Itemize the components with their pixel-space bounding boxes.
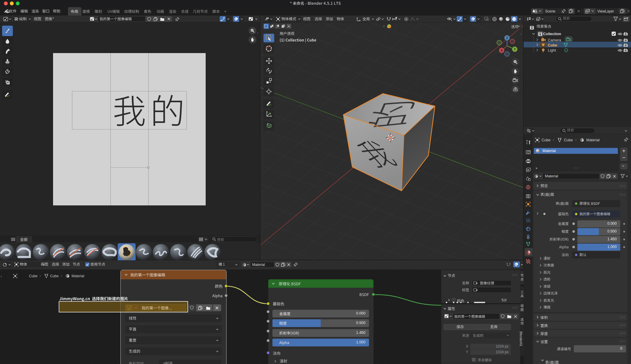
svg-text:X: X xyxy=(501,49,503,52)
svg-text:Y: Y xyxy=(514,48,516,51)
svg-text:Z: Z xyxy=(506,36,508,40)
